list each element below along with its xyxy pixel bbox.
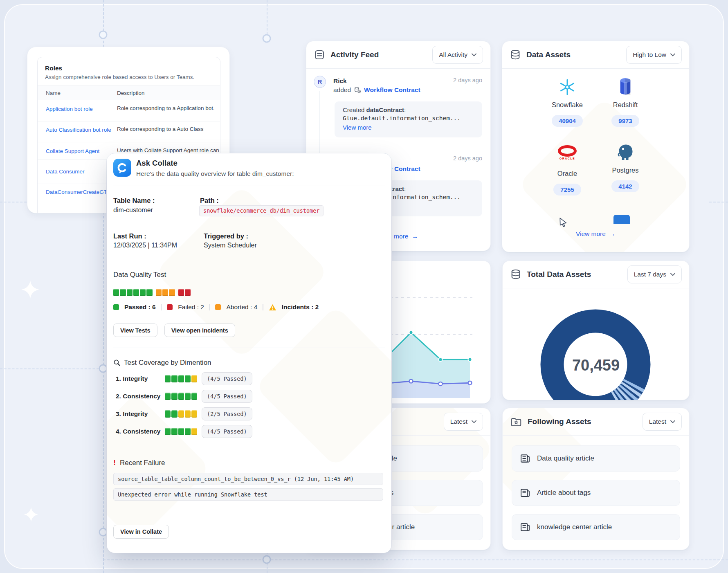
- list-item[interactable]: Data quality article: [512, 445, 680, 472]
- total-period-dropdown[interactable]: Last 7 days: [627, 265, 682, 283]
- view-tests-button[interactable]: View Tests: [113, 324, 157, 337]
- feed-action-line: added Workflow Contract: [333, 86, 420, 94]
- failed-swatch: [167, 304, 173, 310]
- alert-exclamation-icon: !: [113, 458, 116, 467]
- view-more-link[interactable]: View more →: [502, 230, 689, 238]
- failure-title-row: ! Recent Failure: [113, 458, 165, 467]
- legend-label: Failed : 2: [178, 303, 204, 311]
- coverage-badge: (4/5 Passed): [202, 425, 252, 438]
- chevron-down-icon: [472, 420, 476, 423]
- following-filter-dropdown[interactable]: Latest: [643, 413, 682, 431]
- following-assets-card: Following Assets Latest Data quality art…: [502, 408, 690, 550]
- coverage-badge: (4/5 Passed): [202, 372, 252, 385]
- failure-test-name: source_table_table_column_count_to_be_be…: [113, 473, 383, 485]
- triggered-by-value: System Scheduler: [204, 242, 257, 249]
- asset-redshift[interactable]: Redshift 9973: [580, 76, 670, 127]
- list-item[interactable]: knowledge center article: [512, 514, 680, 540]
- latest-filter-dropdown[interactable]: Latest: [444, 413, 483, 431]
- activity-feed-header: Activity Feed All Activity: [306, 41, 490, 68]
- folder-star-icon: [510, 416, 522, 428]
- detail-prefix: Created: [343, 106, 366, 113]
- collate-logo: [113, 159, 131, 177]
- coverage-bar: [165, 410, 197, 418]
- roles-subtitle: Assign comprehensive role based access t…: [45, 74, 213, 80]
- dropdown-value: High to Low: [633, 51, 666, 58]
- view-in-collate-button[interactable]: View in Collate: [113, 525, 169, 539]
- dropdown-value: All Activity: [439, 51, 467, 58]
- marketing-dashboard-canvas: Roles Assign comprehensive role based ac…: [0, 0, 728, 573]
- following-assets-header: Following Assets Latest: [503, 408, 689, 435]
- roles-table-header: Name Description: [38, 85, 220, 100]
- list-item[interactable]: Article about tags: [512, 480, 680, 506]
- role-name-link[interactable]: Application bot role: [45, 105, 117, 121]
- dq-actions: View Tests View open incidents: [113, 324, 235, 337]
- data-assets-header: Data Assets High to Low: [502, 41, 689, 68]
- card-title: Data Assets: [526, 50, 571, 59]
- role-name-link[interactable]: Auto Classification bot role: [45, 126, 117, 142]
- row-number: 4.: [116, 428, 121, 435]
- feed-icon: [314, 49, 325, 61]
- view-open-incidents-button[interactable]: View open incidents: [164, 324, 235, 337]
- coverage-badge: (4/5 Passed): [202, 390, 252, 403]
- asset-postgres[interactable]: Postgres 4142: [580, 142, 670, 192]
- table-row[interactable]: Auto Classification bot role Role corres…: [38, 121, 220, 142]
- dropdown-value: Latest: [649, 418, 666, 425]
- coverage-bar: [165, 428, 197, 435]
- feed-user: Rick: [333, 77, 347, 85]
- view-more-link[interactable]: View more: [343, 124, 474, 131]
- postgres-icon: [580, 142, 670, 162]
- card-title: Activity Feed: [330, 50, 379, 59]
- asset-count-badge: 7255: [553, 184, 581, 195]
- table-name-value: dim-customer: [113, 207, 153, 214]
- card-title: Total Data Assets: [527, 270, 591, 279]
- divider: [113, 186, 385, 186]
- contract-icon: [354, 86, 361, 94]
- view-more-label: View more: [576, 230, 606, 237]
- legend-label: Passed : 6: [124, 303, 156, 311]
- workflow-contract-link[interactable]: Workflow Contract: [364, 86, 420, 94]
- detail-suffix: :: [404, 185, 406, 192]
- section-title: Data Quality Test: [113, 271, 166, 279]
- donut-chart: [503, 288, 689, 400]
- feed-timestamp: 2 days ago: [453, 77, 482, 83]
- article-title: knowledge center article: [537, 523, 612, 531]
- data-assets-card: Data Assets High to Low: [502, 41, 690, 252]
- total-data-assets-card: Total Data Assets Last 7 days 70,459: [502, 261, 690, 400]
- cursor-icon: [559, 217, 568, 227]
- role-name-link[interactable]: Collate Support Agent: [45, 147, 117, 159]
- article-icon: [519, 521, 531, 533]
- detail-entity: dataContract: [366, 106, 404, 113]
- divider: [306, 68, 490, 69]
- grid-dash-horizontal: [709, 202, 728, 202]
- table-row[interactable]: Application bot role Role corresponding …: [38, 100, 220, 121]
- path-value: snowflake/ecommerce_db/dim_customer: [199, 205, 324, 216]
- column-header-name: Name: [45, 89, 117, 97]
- section-title: Recent Failure: [120, 459, 165, 467]
- coverage-bar: [165, 375, 197, 382]
- role-name-link[interactable]: Data Consumer: [45, 168, 117, 184]
- field-label: Table Name :: [113, 197, 155, 204]
- row-number: 1.: [116, 375, 121, 382]
- assets-sort-dropdown[interactable]: High to Low: [626, 46, 682, 64]
- sparkle-icon: [24, 507, 38, 522]
- dialog-subtitle: Here's the data quality overview for tab…: [136, 170, 294, 178]
- asset-count-badge: 4142: [611, 180, 639, 192]
- row-number: 2.: [116, 393, 121, 400]
- chevron-down-icon: [472, 53, 476, 56]
- dropdown-value: Latest: [450, 418, 467, 425]
- magnifier-icon: [113, 359, 121, 366]
- role-name-link[interactable]: DataConsumerCreateGT: [45, 188, 117, 213]
- dialog-title: Ask Collate: [136, 159, 178, 168]
- dimension-label: Integrity: [123, 375, 148, 382]
- divider: [503, 435, 689, 436]
- legend-label: Aborted : 4: [226, 303, 257, 311]
- ask-collate-dialog: Ask Collate Here's the data quality over…: [107, 153, 391, 553]
- divider: [502, 68, 689, 69]
- arrow-right-icon: →: [412, 233, 418, 240]
- coverage-title-row: Test Coverage by Dimention: [113, 359, 211, 367]
- dimension-label: Consistency: [123, 393, 160, 400]
- activity-filter-dropdown[interactable]: All Activity: [432, 46, 483, 64]
- column-header-description: Description: [117, 90, 220, 96]
- legend-separator: [209, 304, 210, 310]
- clipped-asset-icon: [613, 215, 630, 224]
